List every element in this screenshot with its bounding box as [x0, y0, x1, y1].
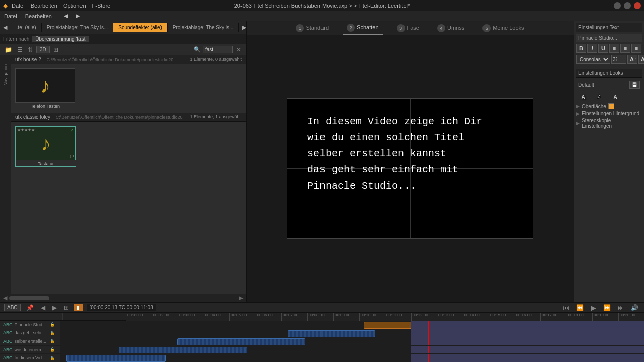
- clip-bg-2: [411, 329, 644, 337]
- sort-btn[interactable]: ⇅: [26, 46, 34, 54]
- look-tab-meine[interactable]: 5Meine Looks: [478, 22, 528, 34]
- folder-btn[interactable]: 📁: [3, 46, 14, 54]
- align-right-button[interactable]: ≡: [631, 44, 641, 53]
- tl-abc-btn[interactable]: ABC: [4, 304, 21, 311]
- menu-bearbeiten[interactable]: Bearbeiten: [31, 3, 57, 9]
- scroll-left-icon[interactable]: ◀: [3, 295, 7, 301]
- tab-next-arrow[interactable]: ▶: [239, 22, 246, 33]
- look-swatch-a1[interactable]: A: [576, 92, 590, 101]
- crosshair-vertical: [410, 99, 411, 238]
- look-tab-fase[interactable]: 3Fase: [393, 22, 423, 34]
- tab-projektablage1[interactable]: Projektablage: The Sky is...: [42, 23, 114, 32]
- track-content-4[interactable]: [60, 346, 644, 354]
- tl-back-btn[interactable]: ⏪: [575, 304, 585, 312]
- forward-button[interactable]: ▶: [76, 13, 80, 19]
- looks-save-btn[interactable]: 💾: [629, 81, 640, 89]
- track-1[interactable]: ABC Pinnacle Stud... 🔒: [0, 321, 644, 329]
- preview-area[interactable]: In diesem Video zeige ich Dir wie du ein…: [247, 35, 574, 302]
- group-header-2[interactable]: ufx classic foley C:\Benutzer\Öffentlich…: [11, 113, 246, 122]
- clip-bg-5: [411, 354, 644, 362]
- clip-dotted-5[interactable]: [66, 355, 166, 362]
- back-button[interactable]: ◀: [64, 13, 68, 19]
- content-area[interactable]: ufx house 2 C:\Benutzer\Öffentlich\Öffen…: [11, 55, 246, 294]
- tab-prev-arrow[interactable]: ◀: [0, 22, 10, 33]
- tab-alle[interactable]: ..te: (alle): [10, 23, 42, 32]
- search-clear-btn[interactable]: ✕: [235, 46, 243, 54]
- scroll-thumb[interactable]: [9, 296, 49, 300]
- group-header-1[interactable]: ufx house 2 C:\Benutzer\Öffentlich\Öffen…: [11, 55, 246, 64]
- tl-forward-btn[interactable]: ⏩: [602, 304, 612, 312]
- align-left-button[interactable]: ≡: [609, 44, 619, 53]
- tl-icon-btn1[interactable]: 📌: [25, 304, 35, 312]
- underline-button[interactable]: U: [598, 44, 608, 53]
- stereo-row[interactable]: ▶ Stereoskopie-Einstellungen: [576, 118, 642, 129]
- track-content-5[interactable]: [60, 354, 644, 362]
- item-telefon-tasten[interactable]: ♪ Telefon Tasten: [15, 68, 75, 109]
- scroll-bar[interactable]: ◀ ▶: [0, 294, 246, 302]
- surface-row[interactable]: ▶ Oberfläche: [576, 103, 642, 109]
- item-tastatur[interactable]: ★★★★★ ✓ ♪ 🏷 Tastatur: [15, 126, 76, 167]
- clip-dotted-2[interactable]: [288, 330, 375, 337]
- bold-button[interactable]: B: [576, 44, 586, 53]
- background-row[interactable]: ▶ Einstellungen Hintergrund: [576, 111, 642, 116]
- lock-icon-5[interactable]: 🔒: [50, 356, 55, 360]
- look-swatch-a3[interactable]: A: [608, 92, 622, 101]
- lock-icon-1[interactable]: 🔒: [50, 322, 55, 327]
- timeline-ruler-row: 00:01.00 00:02.00 00:03.00 00:04.00 00:0…: [0, 313, 644, 321]
- look-swatch-a2[interactable]: A: [592, 92, 606, 101]
- menu-datei-2[interactable]: Datei: [4, 13, 17, 19]
- looks-section: Einstellungen Looks Default 💾 A A A ▶ Ob…: [576, 69, 642, 130]
- tl-play-btn[interactable]: ▶: [589, 303, 598, 312]
- text-settings-section: Einstellungen Text Pinnacle Studio... B …: [576, 23, 642, 66]
- clip-dotted-3[interactable]: [177, 338, 305, 345]
- menu-datei[interactable]: Datei: [12, 3, 25, 9]
- track-content-2[interactable]: [60, 329, 644, 337]
- tl-end-btn[interactable]: ⏭: [616, 304, 625, 312]
- track-name-3: selber erstelle...: [15, 339, 47, 344]
- maximize-button[interactable]: [624, 2, 631, 9]
- track-5[interactable]: ABC In diesem Vid... 🔒: [0, 354, 644, 362]
- grid-btn[interactable]: ⊞: [52, 46, 60, 54]
- font-larger-btn[interactable]: A↑: [627, 55, 637, 64]
- surface-color-swatch[interactable]: [608, 103, 614, 109]
- list-view-btn[interactable]: ☰: [16, 46, 24, 54]
- tl-snap-btn[interactable]: ⊞: [62, 304, 70, 312]
- track-content-1[interactable]: [60, 321, 644, 329]
- menu-optionen[interactable]: Optionen: [63, 3, 86, 9]
- tab-projektablage2[interactable]: Projektablage: The Sky is...: [168, 23, 239, 32]
- track-4[interactable]: ABC wie du einem... 🔒: [0, 346, 644, 354]
- font-size-input[interactable]: [611, 55, 626, 64]
- tab-soundeffekte[interactable]: Soundeffekte: (alle): [113, 23, 168, 32]
- search-input[interactable]: [203, 46, 233, 53]
- look-tab-schatten[interactable]: 2Schatten: [343, 22, 382, 35]
- menu-bearbeiten-2[interactable]: Bearbeiten: [25, 13, 52, 19]
- 3d-btn[interactable]: 3D: [36, 46, 50, 53]
- background-label: Einstellungen Hintergrund: [582, 111, 639, 116]
- tl-orange-btn[interactable]: ▮: [74, 304, 83, 311]
- filter-label: Filtern nach: [3, 36, 29, 42]
- italic-button[interactable]: I: [587, 44, 597, 53]
- tl-next-btn[interactable]: ▶: [51, 304, 58, 312]
- studio-label[interactable]: Pinnacle Studio...: [576, 34, 642, 42]
- lock-icon-4[interactable]: 🔒: [50, 347, 55, 352]
- tl-vol-btn[interactable]: 🔊: [629, 304, 640, 312]
- menu-fstore[interactable]: F-Store: [92, 3, 111, 9]
- align-center-button[interactable]: ≡: [620, 44, 630, 53]
- track-name-1: Pinnacle Stud...: [15, 322, 46, 327]
- track-3[interactable]: ABC selber erstelle... 🔒: [0, 337, 644, 345]
- clip-dotted-4[interactable]: [119, 347, 247, 354]
- look-tab-umriss[interactable]: 4Umriss: [433, 22, 468, 34]
- tl-rewind-btn[interactable]: ⏮: [561, 304, 571, 312]
- track-2[interactable]: ABC das geht sehr ... 🔒: [0, 329, 644, 337]
- font-smaller-btn[interactable]: A↓: [638, 55, 644, 64]
- lock-icon-3[interactable]: 🔒: [50, 339, 55, 343]
- minimize-button[interactable]: [614, 2, 621, 9]
- look-tab-standard[interactable]: 1Standard: [292, 22, 333, 34]
- font-select[interactable]: Consolas: [576, 55, 610, 64]
- look-tabs-bar: 1Standard 2Schatten 3Fase 4Umriss 5Meine…: [247, 21, 574, 35]
- track-content-3[interactable]: [60, 337, 644, 345]
- tl-prev-btn[interactable]: ◀: [39, 304, 47, 312]
- scroll-right-icon[interactable]: ▶: [239, 295, 243, 301]
- lock-icon-2[interactable]: 🔒: [50, 331, 55, 335]
- close-button[interactable]: [634, 2, 641, 9]
